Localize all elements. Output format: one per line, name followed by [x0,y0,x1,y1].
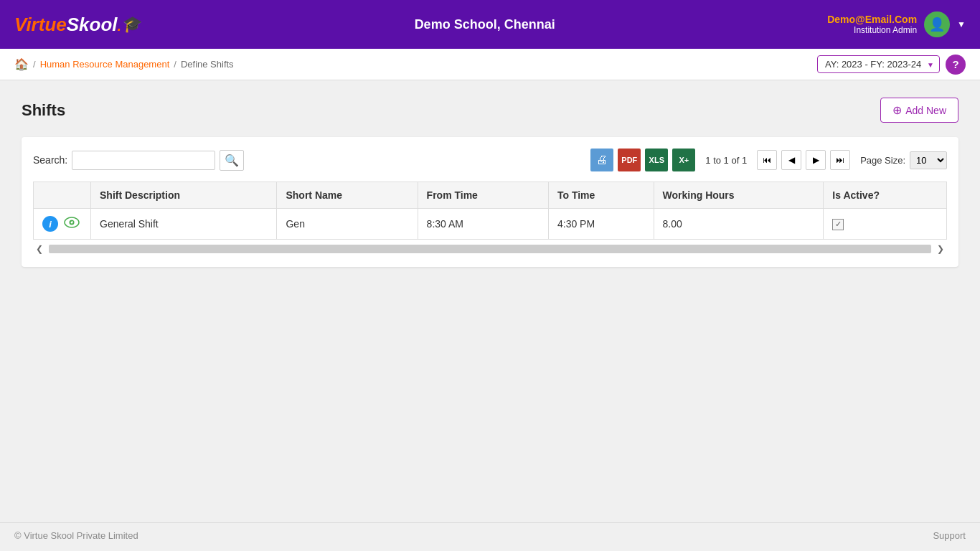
avatar-icon: 👤 [929,17,945,32]
table-row: i [34,209,947,240]
logo-virtue: Virtue [14,14,67,35]
pdf-button[interactable]: PDF [618,149,641,171]
search-icon: 🔍 [225,154,239,166]
page-prev-icon: ◀ [788,155,795,165]
eye-icon [64,217,80,228]
page-first-icon: ⏮ [763,155,771,165]
copyright: © Virtue Skool Private Limited [14,530,138,541]
page-title: Shifts [22,101,65,120]
view-button[interactable] [64,217,80,232]
info-icon: i [49,219,52,230]
excel-button[interactable]: XLS [645,149,668,171]
pagination-info: 1 to 1 of 1 [705,155,747,166]
search-button[interactable]: 🔍 [220,150,244,171]
horizontal-scrollbar: ❮ ❯ [33,242,947,255]
cell-from-time: 8:30 AM [418,209,548,240]
table-container: Search: 🔍 🖨 PDF XLS X+ 1 [22,137,958,267]
excel2-icon: X+ [679,156,689,164]
page-header: Shifts ⊕ Add New [22,98,958,123]
main-content: Shifts ⊕ Add New Search: 🔍 🖨 PDF [0,80,980,522]
avatar[interactable]: 👤 [924,11,950,37]
app-header: VirtueSkool. 🎓 Demo School, Chennai Demo… [0,0,980,49]
logo: VirtueSkool. 🎓 [14,14,142,36]
col-working-hours: Working Hours [654,182,824,209]
user-email: Demo@Email.Com [827,14,917,25]
user-info: Demo@Email.Com Institution Admin [827,14,917,35]
help-button[interactable]: ? [946,55,966,75]
col-from-time: From Time [418,182,548,209]
col-is-active: Is Active? [824,182,947,209]
cell-shift-description: General Shift [91,209,277,240]
data-table: Shift Description Short Name From Time T… [33,182,947,240]
page-next-button[interactable]: ▶ [806,150,826,170]
active-checkbox: ✓ [832,219,844,230]
scroll-left-button[interactable]: ❮ [33,242,46,255]
page-last-button[interactable]: ⏭ [830,150,850,170]
table-toolbar: Search: 🔍 🖨 PDF XLS X+ 1 [33,149,947,171]
user-dropdown-arrow[interactable]: ▼ [957,19,966,29]
search-area: Search: 🔍 [33,150,244,171]
scrollbar-track[interactable] [49,245,931,253]
breadcrumb-right: AY: 2023 - FY: 2023-24 AY: 2022 - FY: 20… [817,55,966,75]
add-new-button[interactable]: ⊕ Add New [880,98,958,123]
excel2-button[interactable]: X+ [672,149,695,171]
add-icon: ⊕ [892,103,902,117]
search-input[interactable] [72,151,215,170]
excel-icon: XLS [649,156,664,164]
print-icon: 🖨 [596,154,608,166]
page-size-label: Page Size: [860,155,905,166]
user-role: Institution Admin [827,25,917,35]
cell-working-hours: 8.00 [654,209,824,240]
search-label: Search: [33,154,67,166]
table-actions: 🖨 PDF XLS X+ 1 to 1 of 1 ⏮ ◀ [590,149,947,171]
user-area: Demo@Email.Com Institution Admin 👤 ▼ [827,11,966,37]
support-link[interactable]: Support [933,530,966,541]
cell-to-time: 4:30 PM [548,209,654,240]
page-next-icon: ▶ [813,155,819,165]
ay-select[interactable]: AY: 2023 - FY: 2023-24 AY: 2022 - FY: 20… [817,55,940,73]
print-button[interactable]: 🖨 [590,149,613,171]
pdf-icon: PDF [621,156,637,164]
col-shift-description: Shift Description [91,182,277,209]
page-last-icon: ⏭ [836,155,844,165]
mortarboard-icon: 🎓 [123,15,142,34]
home-link[interactable]: 🏠 [14,57,29,71]
breadcrumb: 🏠 / Human Resource Management / Define S… [14,57,234,71]
svg-point-3 [72,221,73,222]
page-prev-button[interactable]: ◀ [781,150,801,170]
col-actions [34,182,91,209]
col-short-name: Short Name [277,182,418,209]
footer: © Virtue Skool Private Limited Support [0,522,980,548]
row-actions: i [34,209,91,240]
breadcrumb-current: Define Shifts [181,59,234,70]
cell-is-active: ✓ [824,209,947,240]
add-new-label: Add New [905,105,946,116]
scroll-right-button[interactable]: ❯ [934,242,947,255]
logo-skool: Skool [67,14,118,35]
table-header-row: Shift Description Short Name From Time T… [34,182,947,209]
col-to-time: To Time [548,182,654,209]
breadcrumb-hrm-link[interactable]: Human Resource Management [40,59,170,70]
breadcrumb-sep-2: / [174,59,176,70]
info-button[interactable]: i [42,216,58,232]
logo-dot: . [118,18,122,34]
page-first-button[interactable]: ⏮ [757,150,777,170]
breadcrumb-sep-1: / [33,59,36,70]
school-name: Demo School, Chennai [415,17,555,32]
ay-select-wrapper: AY: 2023 - FY: 2023-24 AY: 2022 - FY: 20… [817,55,940,73]
breadcrumb-bar: 🏠 / Human Resource Management / Define S… [0,49,980,80]
cell-short-name: Gen [277,209,418,240]
page-size-select[interactable]: 10 25 50 100 [910,151,947,169]
